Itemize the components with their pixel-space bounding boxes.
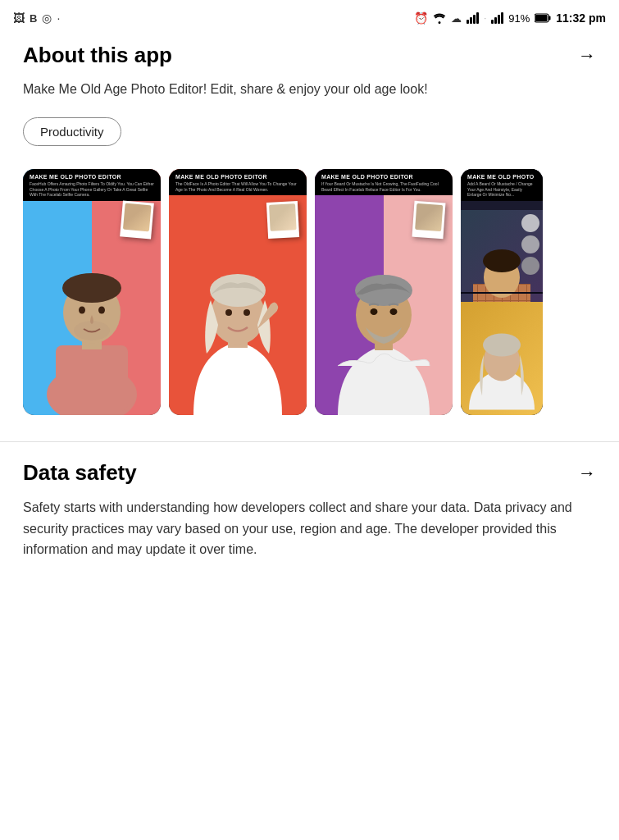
battery-icon <box>535 13 551 23</box>
screenshot1-title: MAKE ME OLD PHOTO EDITOR <box>30 174 154 180</box>
svg-point-9 <box>98 307 105 314</box>
svg-rect-1 <box>535 15 548 21</box>
screenshot3-title: MAKE ME OLD PHOTO EDITOR <box>321 174 446 180</box>
person-svg-4b <box>461 302 543 415</box>
signal-bars-1 <box>467 12 479 24</box>
svg-rect-4 <box>56 345 128 411</box>
polaroid-2 <box>266 201 299 239</box>
cloud-icon: ☁ <box>451 12 462 25</box>
svg-rect-2 <box>548 16 551 21</box>
b-icon: B <box>30 12 37 25</box>
battery-percent: 91% <box>508 12 530 25</box>
gallery-icon: 🖼 <box>13 11 25 25</box>
about-section-header: About this app → <box>23 43 596 68</box>
svg-point-10 <box>74 321 110 340</box>
data-safety-section: Data safety → Safety starts with underst… <box>23 460 596 560</box>
whatsapp-icon: ◎ <box>42 11 52 25</box>
svg-point-20 <box>390 308 398 315</box>
svg-point-8 <box>79 307 85 314</box>
svg-point-19 <box>371 308 378 315</box>
screenshot4-title: MAKE ME OLD PHOTO <box>467 174 536 180</box>
svg-point-26 <box>483 249 521 272</box>
signal-bars-2 <box>491 12 503 24</box>
screenshot2-title: MAKE ME OLD PHOTO EDITOR <box>175 174 300 180</box>
svg-point-15 <box>244 309 250 316</box>
section-divider <box>0 441 619 442</box>
dot-separator: · <box>57 11 60 25</box>
screenshot-1[interactable]: MAKE ME OLD PHOTO EDITOR FaceHub Offers … <box>23 169 161 415</box>
time-display: 11:32 pm <box>556 11 606 25</box>
svg-point-28 <box>483 334 521 357</box>
data-safety-title: Data safety <box>23 460 137 486</box>
about-title: About this app <box>23 43 172 68</box>
screenshot-3[interactable]: MAKE ME OLD PHOTO EDITOR If Your Beard O… <box>315 169 453 415</box>
about-arrow-icon[interactable]: → <box>578 45 596 66</box>
status-right-icons: ⏰ ☁ · 91% <box>414 11 606 25</box>
wifi-icon <box>433 12 446 24</box>
screenshots-container: MAKE ME OLD PHOTO EDITOR FaceHub Offers … <box>0 169 619 415</box>
safety-description: Safety starts with understanding how dev… <box>23 497 596 560</box>
status-bar: 🖼 B ◎ · ⏰ ☁ · 91% <box>0 0 619 36</box>
app-description: Make Me Old Age Photo Editor! Edit, shar… <box>23 80 596 99</box>
svg-point-14 <box>225 309 232 316</box>
polaroid-3 <box>412 201 446 240</box>
main-content: About this app → Make Me Old Age Photo E… <box>0 36 619 583</box>
data-safety-arrow-icon[interactable]: → <box>578 463 596 484</box>
svg-point-7 <box>62 273 121 303</box>
status-left-icons: 🖼 B ◎ · <box>13 11 60 25</box>
screenshot-2[interactable]: MAKE ME OLD PHOTO EDITOR The OldFace Is … <box>169 169 307 415</box>
screenshot-4[interactable]: MAKE ME OLD PHOTO Add A Beard Or Mustach… <box>461 169 543 415</box>
category-tag[interactable]: Productivity <box>23 117 121 146</box>
data-safety-header: Data safety → <box>23 460 596 486</box>
polaroid-1 <box>120 200 154 239</box>
alarm-icon: ⏰ <box>414 11 428 25</box>
